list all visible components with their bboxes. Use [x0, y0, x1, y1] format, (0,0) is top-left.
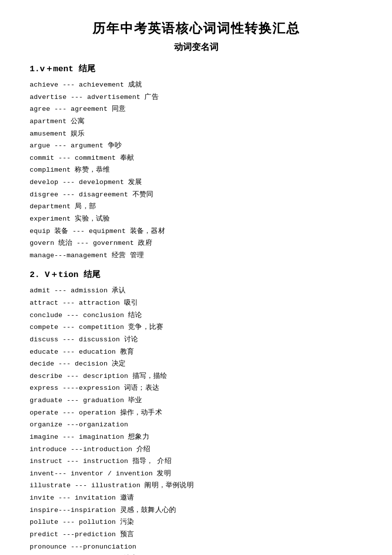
content-line: equip 装备 --- equipment 装备，器材 [30, 226, 362, 237]
content-line: apartment 公寓 [30, 116, 362, 128]
content-line: compliment 称赞，恭维 [30, 164, 362, 176]
content-line: illustrate --- illustration 阐明，举例说明 [30, 480, 362, 492]
content-area-section1: achieve --- achievement 成就advertise --- … [30, 79, 362, 261]
content-line: conclude --- conclusion 结论 [30, 310, 362, 322]
content-line: pollute --- pollution 污染 [30, 516, 362, 528]
content-line: commit --- commitment 奉献 [30, 152, 362, 164]
content-line: compete --- competition 竞争，比赛 [30, 322, 362, 333]
content-line: argue --- argument 争吵 [30, 140, 362, 152]
content-line: manage---management 经营 管理 [30, 250, 362, 262]
content-line: develop --- development 发展 [30, 177, 362, 188]
content-line: describe --- description 描写，描绘 [30, 370, 362, 382]
content-line: discuss --- discussion 讨论 [30, 334, 362, 346]
content-line: express ----expression 词语；表达 [30, 382, 362, 394]
content-line: decide --- decision 决定 [30, 358, 362, 370]
section-section1: 1.v＋ment 结尾achieve --- achievement 成就adv… [30, 63, 362, 261]
content-line: pronounce ---pronunciation [30, 541, 362, 553]
content-line: instruct --- instruction 指导， 介绍 [30, 456, 362, 467]
page-title: 历年中考英语核心词词性转换汇总 [30, 20, 362, 37]
content-line: achieve --- achievement 成就 [30, 79, 362, 91]
section-section2: 2. V＋tion 结尾admit --- admission 承认attrac… [30, 269, 362, 555]
content-line: advertise --- advertisement 广告 [30, 92, 362, 103]
content-line: invite --- invitation 邀请 [30, 492, 362, 504]
content-line: organize ---organization [30, 419, 362, 431]
content-line: invent--- inventor / invention 发明 [30, 468, 362, 480]
content-area-section2: admit --- admission 承认attract --- attrac… [30, 285, 362, 555]
content-line: disgree --- disagreement 不赞同 [30, 189, 362, 201]
content-line: introduce ---introduction 介绍 [30, 444, 362, 456]
content-line: experiment 实验，试验 [30, 213, 362, 225]
content-line: graduate --- graduation 毕业 [30, 395, 362, 407]
content-line: attract --- attraction 吸引 [30, 297, 362, 309]
page-subtitle: 动词变名词 [30, 41, 362, 53]
content-line: predict ---prediction 预言 [30, 529, 362, 541]
content-line: resolve --- resolution 决心 [30, 553, 362, 555]
content-line: imagine --- imagination 想象力 [30, 431, 362, 443]
content-line: agree --- agreement 同意 [30, 103, 362, 115]
content-line: operate --- operation 操作，动手术 [30, 407, 362, 419]
content-line: inspire---inspiration 灵感，鼓舞人心的 [30, 505, 362, 516]
content-line: department 局，部 [30, 201, 362, 213]
section-heading-section2: 2. V＋tion 结尾 [30, 269, 362, 280]
content-line: admit --- admission 承认 [30, 285, 362, 297]
content-line: amusement 娱乐 [30, 128, 362, 140]
content-line: educate --- education 教育 [30, 346, 362, 358]
content-line: govern 统治 --- government 政府 [30, 237, 362, 249]
section-heading-section1: 1.v＋ment 结尾 [30, 63, 362, 74]
